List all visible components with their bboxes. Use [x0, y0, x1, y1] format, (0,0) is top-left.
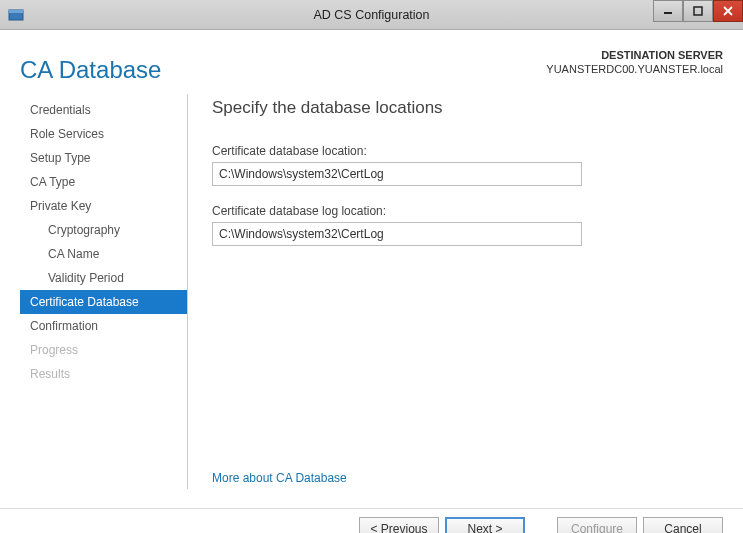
button-spacer [531, 517, 551, 533]
sidebar-item-confirmation[interactable]: Confirmation [20, 314, 187, 338]
db-location-group: Certificate database location: [212, 144, 723, 186]
sidebar-item-results: Results [20, 362, 187, 386]
sidebar-item-credentials[interactable]: Credentials [20, 98, 187, 122]
window-title: AD CS Configuration [0, 8, 743, 22]
sidebar-item-setup-type[interactable]: Setup Type [20, 146, 187, 170]
cancel-button[interactable]: Cancel [643, 517, 723, 533]
db-location-input[interactable] [212, 162, 582, 186]
close-button[interactable] [713, 0, 743, 22]
sidebar-item-cryptography[interactable]: Cryptography [20, 218, 187, 242]
db-location-label: Certificate database location: [212, 144, 723, 158]
body: CredentialsRole ServicesSetup TypeCA Typ… [0, 94, 743, 489]
main-heading: Specify the database locations [212, 98, 723, 118]
log-location-label: Certificate database log location: [212, 204, 723, 218]
sidebar-item-certificate-database[interactable]: Certificate Database [20, 290, 187, 314]
destination-value: YUANSTERDC00.YUANSTER.local [546, 62, 723, 76]
help-link[interactable]: More about CA Database [212, 471, 347, 485]
sidebar-item-ca-name[interactable]: CA Name [20, 242, 187, 266]
svg-rect-1 [9, 10, 23, 13]
svg-rect-3 [694, 7, 702, 15]
log-location-input[interactable] [212, 222, 582, 246]
configure-button[interactable]: Configure [557, 517, 637, 533]
next-button[interactable]: Next > [445, 517, 525, 533]
window-controls [653, 0, 743, 22]
sidebar-item-progress: Progress [20, 338, 187, 362]
page-title: CA Database [20, 56, 161, 84]
previous-button[interactable]: < Previous [359, 517, 439, 533]
sidebar-item-validity-period[interactable]: Validity Period [20, 266, 187, 290]
log-location-group: Certificate database log location: [212, 204, 723, 246]
minimize-button[interactable] [653, 0, 683, 22]
sidebar: CredentialsRole ServicesSetup TypeCA Typ… [20, 94, 188, 489]
app-icon [6, 5, 26, 25]
destination-label: DESTINATION SERVER [546, 48, 723, 62]
sidebar-item-role-services[interactable]: Role Services [20, 122, 187, 146]
main-panel: Specify the database locations Certifica… [188, 94, 723, 489]
header: CA Database DESTINATION SERVER YUANSTERD… [0, 30, 743, 94]
titlebar: AD CS Configuration [0, 0, 743, 30]
footer: < Previous Next > Configure Cancel [0, 508, 743, 533]
sidebar-item-ca-type[interactable]: CA Type [20, 170, 187, 194]
sidebar-item-private-key[interactable]: Private Key [20, 194, 187, 218]
destination-block: DESTINATION SERVER YUANSTERDC00.YUANSTER… [546, 48, 723, 77]
maximize-button[interactable] [683, 0, 713, 22]
